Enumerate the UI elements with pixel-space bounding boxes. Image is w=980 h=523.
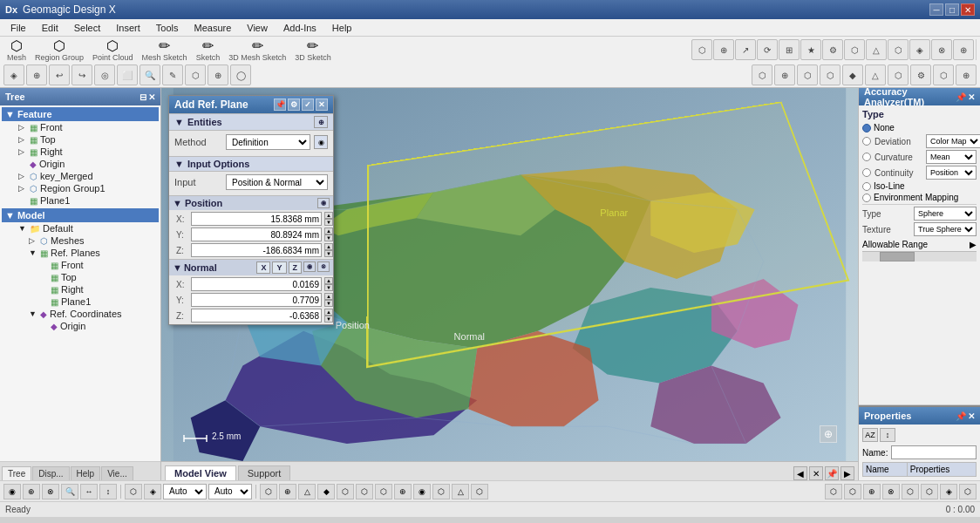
btb-btn-6[interactable]: ↕ xyxy=(99,484,117,499)
toolbar2-btn-r3[interactable]: ⬡ xyxy=(797,65,818,85)
input-options-header[interactable]: ▼ Input Options xyxy=(169,156,333,172)
menu-view[interactable]: View xyxy=(240,21,275,35)
position-subsection-header[interactable]: ▼ Position ◉ xyxy=(169,195,333,210)
tree-item-right-model[interactable]: ▦ Right xyxy=(2,283,159,295)
toolbar-btn-6[interactable]: ★ xyxy=(800,39,821,60)
maximize-button[interactable]: □ xyxy=(945,3,959,16)
tree-item-region-group[interactable]: ▷ ⬡ Region Group1 xyxy=(2,182,159,194)
radio-deviation-circle[interactable] xyxy=(862,137,871,146)
toolbar2-btn-2[interactable]: ⊕ xyxy=(26,65,47,85)
toolbar-btn-10[interactable]: ⬡ xyxy=(888,39,909,60)
normal-y-btn[interactable]: Y xyxy=(272,262,286,274)
tree-item-top-feature[interactable]: ▷ ▦ Top xyxy=(2,133,159,146)
norm-y-down[interactable]: ▼ xyxy=(324,300,333,307)
btb-btn-7[interactable]: ⬡ xyxy=(125,484,142,499)
norm-z-down[interactable]: ▼ xyxy=(324,316,333,323)
toolbar2-btn-10[interactable]: ⊕ xyxy=(208,65,228,85)
normal-btn-1[interactable]: ◉ xyxy=(303,262,316,272)
toolbar2-btn-7[interactable]: 🔍 xyxy=(140,65,160,85)
analyzer-scrollbar-thumb[interactable] xyxy=(880,252,915,262)
toolbar2-btn-6[interactable]: ⬜ xyxy=(117,65,138,85)
entities-btn-1[interactable]: ⊕ xyxy=(314,116,328,128)
norm-y-input[interactable] xyxy=(191,293,322,307)
prop-sort-type-btn[interactable]: ↕ xyxy=(880,428,895,442)
minimize-button[interactable]: ─ xyxy=(929,3,943,16)
toolbar2-btn-9[interactable]: ⬡ xyxy=(185,65,206,85)
radio-none-circle[interactable] xyxy=(862,124,871,132)
menu-addins[interactable]: Add-Ins xyxy=(276,21,323,35)
radio-isoline[interactable]: Iso-Line xyxy=(862,181,977,191)
btb-btn-r3[interactable]: ⊕ xyxy=(863,484,881,499)
accuracy-pin-btn[interactable]: 📌 xyxy=(956,92,966,102)
pos-z-down[interactable]: ▼ xyxy=(324,250,333,257)
tree-item-top-model[interactable]: ▦ Top xyxy=(2,271,159,283)
tree-tab-view[interactable]: Vie... xyxy=(101,466,133,480)
viewport[interactable]: Planar Position Normal 2.5 mm ⊕ Add Ref.… xyxy=(161,88,858,461)
input-select[interactable]: Position & Normal xyxy=(226,174,328,190)
btb-btn-20[interactable]: ⬡ xyxy=(471,484,488,499)
btb-btn-r1[interactable]: ⬡ xyxy=(825,484,842,499)
nav-pin-btn[interactable]: 📌 xyxy=(825,466,839,480)
toolbar-3d-sketch[interactable]: ✏ 3D Sketch xyxy=(291,37,335,63)
accuracy-close-btn[interactable]: ✕ xyxy=(968,92,975,102)
toolbar-btn-2[interactable]: ⊕ xyxy=(713,39,734,60)
norm-z-up[interactable]: ▲ xyxy=(324,309,333,316)
btb-select-1[interactable]: Auto xyxy=(163,484,207,499)
toolbar2-btn-5[interactable]: ◎ xyxy=(94,65,115,85)
menu-help[interactable]: Help xyxy=(325,21,359,35)
radio-env-mapping[interactable]: Environment Mapping xyxy=(862,193,977,202)
pos-x-input[interactable]: 15.8368 mm xyxy=(191,212,322,226)
panel-pin-btn[interactable]: 📌 xyxy=(274,98,286,111)
btb-btn-16[interactable]: ⊕ xyxy=(394,484,412,499)
curvature-select[interactable]: Mean xyxy=(926,150,977,164)
toolbar2-btn-r6[interactable]: △ xyxy=(865,65,886,85)
norm-x-spinner[interactable]: ▲ ▼ xyxy=(324,277,333,291)
menu-measure[interactable]: Measure xyxy=(187,21,238,35)
entities-section-header[interactable]: ▼ Entities ⊕ xyxy=(169,113,333,131)
radio-continuity-circle[interactable] xyxy=(862,168,871,177)
btb-btn-r7[interactable]: ◈ xyxy=(940,484,957,499)
toolbar2-btn-r2[interactable]: ⊕ xyxy=(774,65,795,85)
toolbar-btn-9[interactable]: △ xyxy=(866,39,887,60)
toolbar2-btn-r4[interactable]: ⬡ xyxy=(820,65,840,85)
pos-y-input[interactable]: 80.8924 mm xyxy=(191,228,322,241)
btb-btn-r6[interactable]: ⬡ xyxy=(921,484,938,499)
toolbar-btn-11[interactable]: ◈ xyxy=(909,39,930,60)
norm-y-spinner[interactable]: ▲ ▼ xyxy=(324,293,333,307)
radio-isoline-circle[interactable] xyxy=(862,182,871,191)
allowable-range-expand[interactable]: ▶ xyxy=(970,240,977,249)
pos-btn-1[interactable]: ◉ xyxy=(317,198,330,208)
tree-tab-help[interactable]: Help xyxy=(71,466,101,480)
panel-check-btn[interactable]: ✓ xyxy=(302,98,314,111)
menu-edit[interactable]: Edit xyxy=(35,21,65,35)
props-pin-btn[interactable]: 📌 xyxy=(956,411,966,421)
deviation-select[interactable]: Color Map xyxy=(926,134,980,148)
btb-btn-19[interactable]: △ xyxy=(452,484,469,499)
tree-item-plane1-feature[interactable]: ▦ Plane1 xyxy=(2,194,159,207)
btb-btn-4[interactable]: 🔍 xyxy=(61,484,78,499)
menu-insert[interactable]: Insert xyxy=(109,21,147,35)
pos-x-up[interactable]: ▲ xyxy=(324,212,333,219)
btb-btn-11[interactable]: △ xyxy=(298,484,316,499)
toolbar-3d-mesh-sketch[interactable]: ✏ 3D Mesh Sketch xyxy=(225,37,289,63)
nav-prev-btn[interactable]: ◀ xyxy=(793,466,807,480)
norm-x-up[interactable]: ▲ xyxy=(324,277,333,284)
toolbar2-btn-8[interactable]: ✎ xyxy=(162,65,183,85)
tree-item-meshes[interactable]: ▷ ⬡ Meshes xyxy=(2,234,159,247)
toolbar2-btn-r10[interactable]: ⊕ xyxy=(956,65,977,85)
tree-item-plane1-model[interactable]: ▦ Plane1 xyxy=(2,295,159,308)
close-button[interactable]: ✕ xyxy=(961,3,975,16)
toolbar-btn-12[interactable]: ⊗ xyxy=(931,39,952,60)
btb-btn-13[interactable]: ⬡ xyxy=(337,484,354,499)
btb-btn-2[interactable]: ⊕ xyxy=(23,484,40,499)
texture-select[interactable]: True Sphere xyxy=(914,222,977,236)
type-field-select[interactable]: Sphere xyxy=(914,207,977,221)
pos-y-spinner[interactable]: ▲ ▼ xyxy=(324,228,333,241)
pos-x-down[interactable]: ▼ xyxy=(324,219,333,226)
radio-curvature-circle[interactable] xyxy=(862,153,871,161)
radio-envmap-circle[interactable] xyxy=(862,194,871,202)
btb-select-2[interactable]: Auto xyxy=(208,484,252,499)
toolbar2-btn-r8[interactable]: ⚙ xyxy=(910,65,931,85)
toolbar-btn-1[interactable]: ⬡ xyxy=(691,39,712,60)
toolbar2-btn-4[interactable]: ↪ xyxy=(71,65,92,85)
